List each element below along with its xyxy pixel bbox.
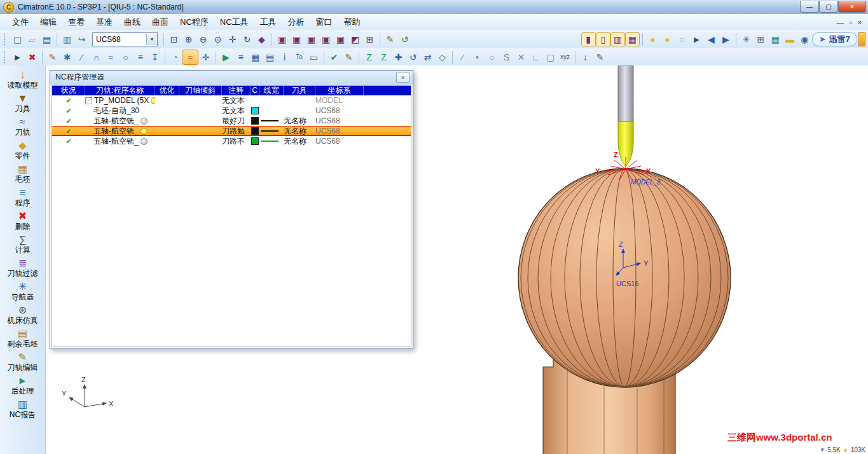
tool-list-icon[interactable]: ▤: [263, 50, 277, 64]
menu-item-10[interactable]: 窗口: [310, 15, 338, 30]
column-header-6[interactable]: 线宽: [259, 86, 284, 95]
z-top-icon[interactable]: Z: [362, 50, 376, 64]
screen-layout-icon[interactable]: ▥: [60, 32, 74, 46]
operation-name-cell[interactable]: 五轴-航空铣_: [85, 116, 155, 127]
thunder-button[interactable]: ➤ 迅雷7: [812, 32, 857, 46]
sidebar-item-delete[interactable]: ✖删除: [1, 209, 45, 233]
spline-icon[interactable]: ≈: [104, 50, 118, 64]
menu-item-6[interactable]: NC程序: [174, 15, 214, 30]
zoom-window-icon[interactable]: ⊡: [167, 32, 181, 46]
annotate-icon[interactable]: ✎: [341, 50, 356, 64]
tool-table-icon[interactable]: To: [292, 50, 307, 64]
open-folder-icon[interactable]: ▱: [25, 32, 39, 46]
sidebar-item-stock[interactable]: ▦毛坯: [1, 162, 45, 186]
orbit-icon[interactable]: ◆: [254, 32, 269, 46]
curve-ref-icon[interactable]: S: [499, 50, 514, 64]
mdi-close-button[interactable]: ×: [858, 18, 862, 26]
table-row[interactable]: ✔毛坯-自动_30无文本UCS68: [52, 106, 411, 116]
xyz-icon[interactable]: xyz: [558, 50, 572, 64]
line-icon[interactable]: ∕: [74, 50, 89, 64]
print-icon[interactable]: ▭: [307, 50, 321, 64]
circle-ref-icon[interactable]: ○: [485, 50, 499, 64]
active-curve-icon[interactable]: ≈: [183, 50, 198, 65]
restore-button[interactable]: ▢: [819, 1, 838, 13]
sidebar-item-toolpath[interactable]: ≈刀轨: [1, 115, 45, 139]
color-swatch[interactable]: [251, 127, 259, 135]
operation-name-cell[interactable]: 五轴-航空铣_: [85, 136, 155, 147]
view-top-icon[interactable]: ▣: [304, 32, 319, 46]
column-header-7[interactable]: 刀具: [284, 86, 315, 95]
grid-icon[interactable]: ▦: [768, 32, 783, 46]
saved-views-icon[interactable]: ⊞: [362, 32, 377, 46]
toolbar-grip[interactable]: [4, 34, 7, 45]
operation-name-cell[interactable]: -TP_MODEL (5X: [85, 96, 155, 105]
pick-icon[interactable]: ►: [10, 50, 25, 64]
menu-item-1[interactable]: 编辑: [34, 15, 62, 30]
collapse-expander[interactable]: -: [85, 97, 92, 104]
redraw-icon[interactable]: ✎: [383, 32, 397, 46]
table-row[interactable]: ✔五轴-航空铣_刀路不无名称UCS68: [52, 136, 411, 146]
table-row[interactable]: ✔五轴-航空铣_刀路勉无名称UCS68: [52, 126, 411, 136]
calculator-icon[interactable]: ⊞: [754, 32, 768, 46]
ucs-swap-icon[interactable]: ↪: [74, 32, 89, 46]
move-icon[interactable]: ✚: [391, 50, 406, 64]
light-bulb-on2-icon[interactable]: ●: [660, 32, 675, 46]
redo-view-icon[interactable]: ▶: [719, 32, 733, 46]
menu-item-8[interactable]: 工具: [254, 15, 282, 30]
surface-icon[interactable]: ◔: [168, 50, 183, 64]
shaded-mode-icon[interactable]: ▮: [581, 32, 596, 46]
z-bottom-icon[interactable]: Z: [376, 50, 391, 64]
sidebar-item-navigator[interactable]: ✳导航器: [1, 280, 45, 303]
note-icon[interactable]: ▬: [783, 32, 797, 46]
column-header-3[interactable]: 刀轴倾斜: [179, 86, 222, 95]
column-header-1[interactable]: 刀轨:程序名称: [85, 86, 155, 95]
mdi-minimize-button[interactable]: —: [837, 18, 844, 26]
navigator-star-icon[interactable]: ✳: [739, 32, 754, 46]
undo-view-icon[interactable]: ◀: [704, 32, 719, 46]
menu-item-4[interactable]: 曲线: [118, 15, 146, 30]
pick-arrow-icon[interactable]: ►: [689, 32, 704, 46]
mdi-restore-button[interactable]: ▫: [850, 18, 852, 26]
save-icon[interactable]: ▤: [39, 32, 54, 46]
bulb-gray-icon[interactable]: [141, 118, 148, 125]
verify-icon[interactable]: ✔: [327, 50, 341, 64]
nc-program-manager-panel[interactable]: NC程序管理器 × 状况刀轨:程序名称优化刀轴倾斜注释C线宽刀具坐标系 ✔-TP…: [50, 70, 413, 349]
bulb-gray-icon[interactable]: [141, 138, 148, 145]
hidden-line-mode-icon[interactable]: ▥: [610, 32, 625, 46]
circle-icon[interactable]: ○: [118, 50, 133, 64]
project-curve-icon[interactable]: ↧: [148, 50, 162, 64]
dynamic-rotate-icon[interactable]: ↻: [240, 32, 254, 46]
intersect-icon[interactable]: ✕: [514, 50, 528, 64]
view-bottom-icon[interactable]: ◩: [348, 32, 362, 46]
color-swatch[interactable]: [251, 117, 259, 125]
delete-pick-icon[interactable]: ✖: [25, 50, 39, 64]
sidebar-item-rest-stock[interactable]: ▤剩余毛坯: [1, 327, 45, 350]
menu-item-2[interactable]: 查看: [62, 15, 90, 30]
sketcher-icon[interactable]: ✎: [45, 50, 60, 64]
transparency-mode-icon[interactable]: ▦: [625, 32, 640, 46]
sidebar-item-cutter[interactable]: ▼刀具: [1, 92, 45, 115]
menu-item-11[interactable]: 帮助: [338, 15, 366, 30]
title-bar[interactable]: C CimatronE 10.0 - SP3P1 - [QIU-5 : NC-S…: [0, 0, 868, 15]
arc-icon[interactable]: ∩: [89, 50, 104, 64]
menu-item-3[interactable]: 基准: [90, 15, 118, 30]
wireframe-mode-icon[interactable]: ▯: [596, 32, 610, 46]
sidebar-item-nc-report[interactable]: ▥NC报告: [1, 397, 45, 421]
measure-icon[interactable]: ✛: [198, 50, 213, 64]
frame-icon[interactable]: ▢: [543, 50, 558, 64]
column-header-8[interactable]: 坐标系: [315, 86, 364, 95]
simulator-icon[interactable]: ▶: [219, 50, 233, 64]
sphere-model[interactable]: [518, 169, 731, 387]
view-iso-icon[interactable]: ▣: [275, 32, 289, 46]
close-button[interactable]: ×: [838, 1, 866, 13]
sidebar-item-machine-sim[interactable]: ⊛机床仿真: [1, 303, 45, 327]
column-header-2[interactable]: 优化: [155, 86, 179, 95]
new-file-icon[interactable]: ▢: [10, 32, 25, 46]
minimize-button[interactable]: —: [800, 1, 819, 13]
rotate-copy-icon[interactable]: ↺: [406, 50, 420, 64]
info-icon[interactable]: i: [277, 50, 292, 64]
menu-item-7[interactable]: NC工具: [214, 15, 254, 30]
table-row[interactable]: ✔-TP_MODEL (5X无文本MODEL: [52, 95, 411, 106]
pen-style-icon[interactable]: ✎: [593, 50, 607, 64]
thunder-corner-icon[interactable]: [858, 32, 865, 46]
